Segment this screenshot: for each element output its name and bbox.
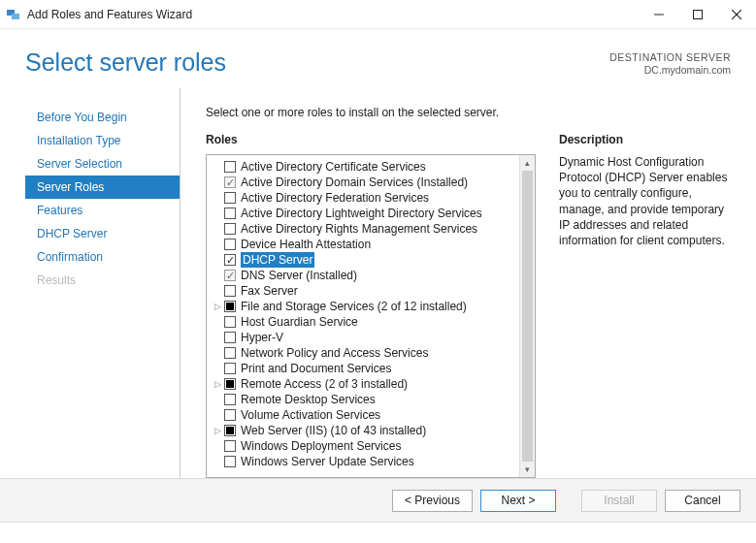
minimize-button[interactable] [640, 1, 678, 28]
role-checkbox[interactable] [224, 161, 236, 173]
role-label: Active Directory Certificate Services [241, 159, 426, 175]
app-icon [6, 7, 21, 22]
role-item[interactable]: Active Directory Domain Services (Instal… [213, 175, 519, 190]
role-checkbox[interactable] [224, 285, 236, 297]
role-label: DHCP Server [241, 252, 314, 268]
scroll-track[interactable] [520, 171, 535, 462]
nav-step[interactable]: Installation Type [25, 129, 180, 152]
role-item[interactable]: Volume Activation Services [213, 407, 519, 423]
role-label: Active Directory Rights Management Servi… [241, 221, 477, 237]
svg-rect-3 [694, 10, 703, 18]
role-checkbox[interactable] [224, 192, 236, 204]
role-item[interactable]: ▷Web Server (IIS) (10 of 43 installed) [213, 423, 519, 438]
nav-step[interactable]: Confirmation [25, 245, 180, 269]
scroll-thumb[interactable] [522, 171, 533, 462]
destination-value: DC.mydomain.com [609, 64, 731, 77]
role-item[interactable]: Network Policy and Access Services [213, 345, 519, 361]
expand-icon[interactable]: ▷ [213, 423, 222, 438]
destination-label: DESTINATION SERVER [609, 51, 731, 64]
destination-server: DESTINATION SERVER DC.mydomain.com [609, 46, 731, 77]
expand-icon[interactable]: ▷ [213, 376, 222, 392]
role-label: Device Health Attestation [241, 237, 371, 252]
role-checkbox[interactable] [224, 440, 236, 452]
role-label: Volume Activation Services [241, 407, 380, 423]
scroll-up-button[interactable]: ▴ [520, 155, 535, 171]
role-item[interactable]: Active Directory Federation Services [213, 190, 519, 206]
role-label: Hyper-V [241, 330, 283, 345]
nav-step[interactable]: Server Roles [25, 176, 180, 199]
header: Select server roles DESTINATION SERVER D… [0, 29, 756, 88]
roles-list[interactable]: Active Directory Certificate ServicesAct… [207, 155, 519, 477]
role-checkbox[interactable] [224, 332, 236, 343]
nav-step[interactable]: Server Selection [25, 152, 180, 176]
description-heading: Description [559, 133, 731, 154]
role-item[interactable]: Active Directory Rights Management Servi… [213, 221, 519, 237]
role-checkbox[interactable] [224, 363, 236, 374]
body: Before You BeginInstallation TypeServer … [0, 88, 756, 478]
cancel-button[interactable]: Cancel [665, 490, 740, 512]
role-item[interactable]: DNS Server (Installed) [213, 268, 519, 283]
close-button[interactable] [717, 1, 756, 28]
role-label: Web Server (IIS) (10 of 43 installed) [241, 423, 426, 438]
role-label: Windows Server Update Services [241, 454, 414, 469]
role-item[interactable]: Host Guardian Service [213, 314, 519, 330]
role-label: Active Directory Federation Services [241, 190, 429, 206]
role-label: Print and Document Services [241, 361, 391, 376]
role-checkbox[interactable] [224, 270, 236, 281]
scrollbar[interactable]: ▴ ▾ [519, 155, 535, 477]
role-checkbox[interactable] [224, 176, 236, 188]
role-checkbox[interactable] [224, 347, 236, 359]
role-item[interactable]: ▷File and Storage Services (2 of 12 inst… [213, 299, 519, 314]
role-label: Active Directory Domain Services (Instal… [241, 175, 468, 190]
role-item[interactable]: DHCP Server [213, 252, 519, 268]
role-checkbox[interactable] [224, 378, 236, 390]
role-item[interactable]: Windows Server Update Services [213, 454, 519, 469]
scroll-down-button[interactable]: ▾ [520, 462, 535, 477]
role-item[interactable]: Windows Deployment Services [213, 438, 519, 454]
expand-icon[interactable]: ▷ [213, 299, 222, 314]
role-label: Host Guardian Service [241, 314, 358, 330]
role-checkbox[interactable] [224, 456, 236, 467]
role-label: DNS Server (Installed) [241, 268, 357, 283]
role-label: Active Directory Lightweight Directory S… [241, 206, 482, 221]
role-checkbox[interactable] [224, 316, 236, 328]
role-label: Remote Access (2 of 3 installed) [241, 376, 408, 392]
role-item[interactable]: Hyper-V [213, 330, 519, 345]
role-label: Windows Deployment Services [241, 438, 401, 454]
footer: < Previous Next > Install Cancel [0, 478, 756, 523]
page-title: Select server roles [25, 48, 609, 77]
role-checkbox[interactable] [224, 394, 236, 405]
role-item[interactable]: Active Directory Certificate Services [213, 159, 519, 175]
role-item[interactable]: ▷Remote Access (2 of 3 installed) [213, 376, 519, 392]
window-title: Add Roles and Features Wizard [27, 8, 192, 21]
roles-listbox: Active Directory Certificate ServicesAct… [206, 154, 536, 478]
previous-button[interactable]: < Previous [392, 490, 473, 512]
role-checkbox[interactable] [224, 301, 236, 312]
role-item[interactable]: Fax Server [213, 283, 519, 299]
main-panel: Select one or more roles to install on t… [181, 88, 731, 478]
nav-step[interactable]: DHCP Server [25, 222, 180, 245]
role-item[interactable]: Active Directory Lightweight Directory S… [213, 206, 519, 221]
role-checkbox[interactable] [224, 425, 236, 436]
nav-step: Results [25, 269, 180, 292]
role-item[interactable]: Remote Desktop Services [213, 392, 519, 407]
role-label: Network Policy and Access Services [241, 345, 428, 361]
nav-step[interactable]: Before You Begin [25, 106, 180, 129]
role-checkbox[interactable] [224, 239, 236, 250]
role-checkbox[interactable] [224, 254, 236, 266]
nav-step[interactable]: Features [25, 199, 180, 222]
role-item[interactable]: Print and Document Services [213, 361, 519, 376]
instruction-text: Select one or more roles to install on t… [206, 88, 731, 133]
role-label: Remote Desktop Services [241, 392, 376, 407]
description-text: Dynamic Host Configuration Protocol (DHC… [559, 154, 731, 248]
role-checkbox[interactable] [224, 409, 236, 421]
role-item[interactable]: Device Health Attestation [213, 237, 519, 252]
roles-heading: Roles [206, 133, 536, 154]
role-checkbox[interactable] [224, 223, 236, 235]
titlebar: Add Roles and Features Wizard [0, 0, 756, 29]
install-button[interactable]: Install [581, 490, 657, 512]
next-button[interactable]: Next > [480, 490, 556, 512]
maximize-button[interactable] [678, 1, 717, 28]
wizard-nav: Before You BeginInstallation TypeServer … [25, 88, 181, 478]
role-checkbox[interactable] [224, 208, 236, 219]
